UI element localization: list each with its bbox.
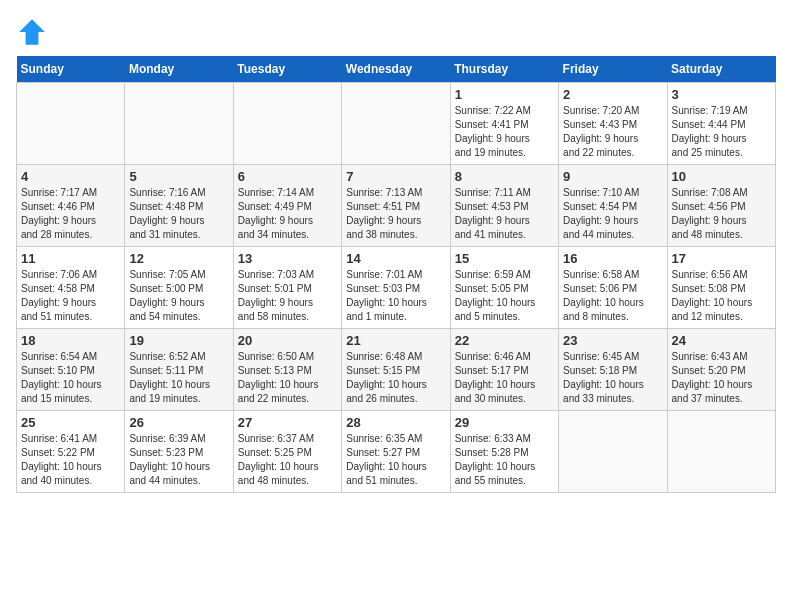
calendar-cell: 26Sunrise: 6:39 AM Sunset: 5:23 PM Dayli… — [125, 411, 233, 493]
day-number: 10 — [672, 169, 771, 184]
day-info: Sunrise: 6:52 AM Sunset: 5:11 PM Dayligh… — [129, 350, 228, 406]
day-info: Sunrise: 6:50 AM Sunset: 5:13 PM Dayligh… — [238, 350, 337, 406]
calendar-cell — [233, 83, 341, 165]
header-day-tuesday: Tuesday — [233, 56, 341, 83]
calendar-cell: 4Sunrise: 7:17 AM Sunset: 4:46 PM Daylig… — [17, 165, 125, 247]
calendar-cell: 17Sunrise: 6:56 AM Sunset: 5:08 PM Dayli… — [667, 247, 775, 329]
day-number: 14 — [346, 251, 445, 266]
header-day-wednesday: Wednesday — [342, 56, 450, 83]
calendar-cell: 23Sunrise: 6:45 AM Sunset: 5:18 PM Dayli… — [559, 329, 667, 411]
calendar-cell: 28Sunrise: 6:35 AM Sunset: 5:27 PM Dayli… — [342, 411, 450, 493]
day-number: 29 — [455, 415, 554, 430]
header-day-friday: Friday — [559, 56, 667, 83]
calendar-cell: 19Sunrise: 6:52 AM Sunset: 5:11 PM Dayli… — [125, 329, 233, 411]
day-info: Sunrise: 6:37 AM Sunset: 5:25 PM Dayligh… — [238, 432, 337, 488]
calendar-cell: 7Sunrise: 7:13 AM Sunset: 4:51 PM Daylig… — [342, 165, 450, 247]
day-info: Sunrise: 7:03 AM Sunset: 5:01 PM Dayligh… — [238, 268, 337, 324]
day-info: Sunrise: 7:11 AM Sunset: 4:53 PM Dayligh… — [455, 186, 554, 242]
calendar-cell: 1Sunrise: 7:22 AM Sunset: 4:41 PM Daylig… — [450, 83, 558, 165]
day-info: Sunrise: 7:10 AM Sunset: 4:54 PM Dayligh… — [563, 186, 662, 242]
day-info: Sunrise: 7:06 AM Sunset: 4:58 PM Dayligh… — [21, 268, 120, 324]
day-info: Sunrise: 6:46 AM Sunset: 5:17 PM Dayligh… — [455, 350, 554, 406]
day-number: 24 — [672, 333, 771, 348]
day-number: 21 — [346, 333, 445, 348]
day-info: Sunrise: 7:22 AM Sunset: 4:41 PM Dayligh… — [455, 104, 554, 160]
day-number: 6 — [238, 169, 337, 184]
calendar-cell: 24Sunrise: 6:43 AM Sunset: 5:20 PM Dayli… — [667, 329, 775, 411]
calendar-cell: 8Sunrise: 7:11 AM Sunset: 4:53 PM Daylig… — [450, 165, 558, 247]
day-info: Sunrise: 6:58 AM Sunset: 5:06 PM Dayligh… — [563, 268, 662, 324]
calendar-cell: 9Sunrise: 7:10 AM Sunset: 4:54 PM Daylig… — [559, 165, 667, 247]
calendar-cell: 16Sunrise: 6:58 AM Sunset: 5:06 PM Dayli… — [559, 247, 667, 329]
day-number: 17 — [672, 251, 771, 266]
calendar-cell — [559, 411, 667, 493]
day-number: 13 — [238, 251, 337, 266]
day-info: Sunrise: 6:39 AM Sunset: 5:23 PM Dayligh… — [129, 432, 228, 488]
week-row-4: 18Sunrise: 6:54 AM Sunset: 5:10 PM Dayli… — [17, 329, 776, 411]
day-number: 22 — [455, 333, 554, 348]
day-info: Sunrise: 7:08 AM Sunset: 4:56 PM Dayligh… — [672, 186, 771, 242]
day-number: 26 — [129, 415, 228, 430]
day-info: Sunrise: 7:16 AM Sunset: 4:48 PM Dayligh… — [129, 186, 228, 242]
day-info: Sunrise: 7:14 AM Sunset: 4:49 PM Dayligh… — [238, 186, 337, 242]
day-number: 7 — [346, 169, 445, 184]
calendar-cell: 22Sunrise: 6:46 AM Sunset: 5:17 PM Dayli… — [450, 329, 558, 411]
calendar-cell — [17, 83, 125, 165]
day-number: 19 — [129, 333, 228, 348]
day-number: 4 — [21, 169, 120, 184]
calendar-body: 1Sunrise: 7:22 AM Sunset: 4:41 PM Daylig… — [17, 83, 776, 493]
calendar-cell: 10Sunrise: 7:08 AM Sunset: 4:56 PM Dayli… — [667, 165, 775, 247]
calendar-cell: 6Sunrise: 7:14 AM Sunset: 4:49 PM Daylig… — [233, 165, 341, 247]
header-day-saturday: Saturday — [667, 56, 775, 83]
day-number: 25 — [21, 415, 120, 430]
header-day-thursday: Thursday — [450, 56, 558, 83]
day-number: 5 — [129, 169, 228, 184]
calendar-table: SundayMondayTuesdayWednesdayThursdayFrid… — [16, 56, 776, 493]
header-day-sunday: Sunday — [17, 56, 125, 83]
day-number: 27 — [238, 415, 337, 430]
calendar-cell: 12Sunrise: 7:05 AM Sunset: 5:00 PM Dayli… — [125, 247, 233, 329]
day-info: Sunrise: 6:33 AM Sunset: 5:28 PM Dayligh… — [455, 432, 554, 488]
week-row-1: 1Sunrise: 7:22 AM Sunset: 4:41 PM Daylig… — [17, 83, 776, 165]
day-info: Sunrise: 7:05 AM Sunset: 5:00 PM Dayligh… — [129, 268, 228, 324]
day-info: Sunrise: 6:35 AM Sunset: 5:27 PM Dayligh… — [346, 432, 445, 488]
logo-icon — [16, 16, 48, 48]
day-info: Sunrise: 6:45 AM Sunset: 5:18 PM Dayligh… — [563, 350, 662, 406]
day-number: 9 — [563, 169, 662, 184]
calendar-cell: 2Sunrise: 7:20 AM Sunset: 4:43 PM Daylig… — [559, 83, 667, 165]
day-number: 18 — [21, 333, 120, 348]
day-number: 3 — [672, 87, 771, 102]
calendar-header: SundayMondayTuesdayWednesdayThursdayFrid… — [17, 56, 776, 83]
calendar-cell: 18Sunrise: 6:54 AM Sunset: 5:10 PM Dayli… — [17, 329, 125, 411]
day-info: Sunrise: 6:56 AM Sunset: 5:08 PM Dayligh… — [672, 268, 771, 324]
calendar-cell: 21Sunrise: 6:48 AM Sunset: 5:15 PM Dayli… — [342, 329, 450, 411]
week-row-5: 25Sunrise: 6:41 AM Sunset: 5:22 PM Dayli… — [17, 411, 776, 493]
week-row-2: 4Sunrise: 7:17 AM Sunset: 4:46 PM Daylig… — [17, 165, 776, 247]
calendar-cell — [342, 83, 450, 165]
day-number: 20 — [238, 333, 337, 348]
calendar-cell: 13Sunrise: 7:03 AM Sunset: 5:01 PM Dayli… — [233, 247, 341, 329]
logo — [16, 16, 52, 48]
day-info: Sunrise: 6:43 AM Sunset: 5:20 PM Dayligh… — [672, 350, 771, 406]
day-info: Sunrise: 6:41 AM Sunset: 5:22 PM Dayligh… — [21, 432, 120, 488]
day-info: Sunrise: 6:54 AM Sunset: 5:10 PM Dayligh… — [21, 350, 120, 406]
day-number: 12 — [129, 251, 228, 266]
header-day-monday: Monday — [125, 56, 233, 83]
calendar-cell: 20Sunrise: 6:50 AM Sunset: 5:13 PM Dayli… — [233, 329, 341, 411]
calendar-cell: 25Sunrise: 6:41 AM Sunset: 5:22 PM Dayli… — [17, 411, 125, 493]
day-number: 16 — [563, 251, 662, 266]
header-row: SundayMondayTuesdayWednesdayThursdayFrid… — [17, 56, 776, 83]
day-info: Sunrise: 7:19 AM Sunset: 4:44 PM Dayligh… — [672, 104, 771, 160]
calendar-cell: 3Sunrise: 7:19 AM Sunset: 4:44 PM Daylig… — [667, 83, 775, 165]
calendar-cell: 5Sunrise: 7:16 AM Sunset: 4:48 PM Daylig… — [125, 165, 233, 247]
day-number: 15 — [455, 251, 554, 266]
day-number: 2 — [563, 87, 662, 102]
calendar-cell — [667, 411, 775, 493]
calendar-cell: 11Sunrise: 7:06 AM Sunset: 4:58 PM Dayli… — [17, 247, 125, 329]
day-info: Sunrise: 7:13 AM Sunset: 4:51 PM Dayligh… — [346, 186, 445, 242]
day-info: Sunrise: 7:20 AM Sunset: 4:43 PM Dayligh… — [563, 104, 662, 160]
week-row-3: 11Sunrise: 7:06 AM Sunset: 4:58 PM Dayli… — [17, 247, 776, 329]
svg-marker-0 — [19, 19, 45, 45]
day-info: Sunrise: 7:17 AM Sunset: 4:46 PM Dayligh… — [21, 186, 120, 242]
header — [16, 16, 776, 48]
